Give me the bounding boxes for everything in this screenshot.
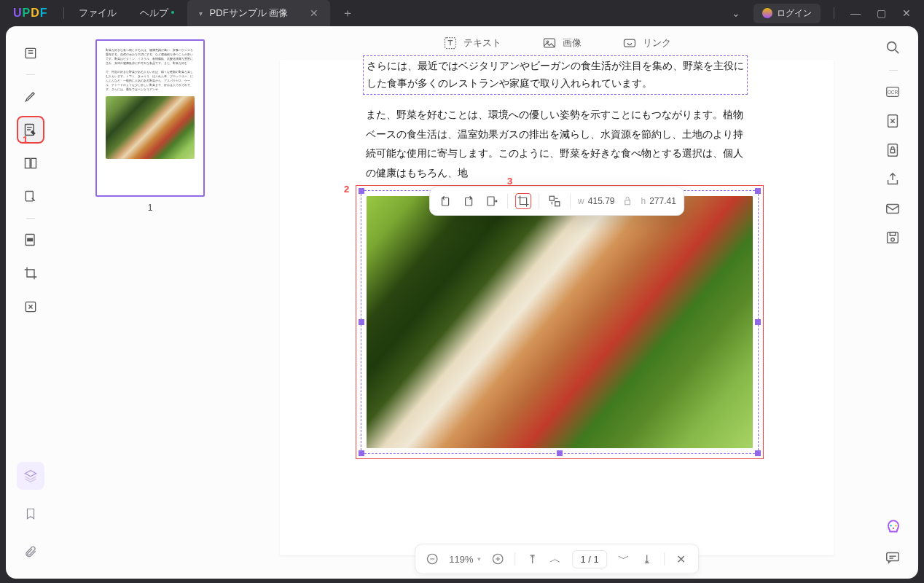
tab-close-icon[interactable]: ✕: [310, 7, 318, 19]
image-icon: [542, 36, 557, 50]
svg-rect-25: [887, 205, 899, 214]
share-icon[interactable]: [885, 171, 902, 189]
resize-handle[interactable]: [359, 450, 364, 456]
svg-rect-13: [466, 198, 472, 206]
minimize-icon[interactable]: —: [847, 7, 864, 19]
svg-text:OCR: OCR: [888, 90, 898, 95]
svg-point-29: [890, 525, 891, 526]
annotation-marker-2: 2: [344, 184, 349, 195]
ocr-icon[interactable]: OCR: [885, 84, 902, 101]
image-selection-frame[interactable]: [356, 185, 764, 459]
svg-rect-32: [887, 553, 899, 561]
svg-rect-4: [26, 192, 33, 201]
svg-rect-27: [890, 232, 895, 236]
protect-icon[interactable]: [885, 142, 902, 160]
search-icon[interactable]: [885, 39, 902, 57]
redact-tool-icon[interactable]: [17, 226, 44, 254]
zoom-in-icon[interactable]: [491, 552, 504, 566]
page-thumbnail[interactable]: 野菜を好きな食べ物とする人は、健康意識が高い、栄養バランスを重視する。自然の恵み…: [95, 39, 205, 197]
last-page-icon[interactable]: ⤓: [641, 552, 654, 566]
page-controls: 119%▾ ⤒ ︿ 1 / 1 ﹀ ⤓ ✕: [415, 544, 699, 574]
reader-tool-icon[interactable]: [17, 39, 44, 67]
chevron-down-icon[interactable]: ⌄: [729, 7, 743, 19]
rotate-right-icon[interactable]: [461, 193, 477, 209]
tab-dropdown-icon[interactable]: ▾: [199, 9, 203, 17]
thumbnail-image: [106, 96, 195, 159]
text-tool-button[interactable]: テキスト: [443, 36, 501, 50]
login-button[interactable]: ログイン: [753, 4, 821, 23]
lock-aspect-icon[interactable]: [622, 195, 633, 207]
document-page[interactable]: さらには、最近ではベジタリアンやビーガンの食生活が注目を集め、野菜を主役にした食…: [280, 60, 834, 555]
app-logo: UPDF: [13, 7, 47, 20]
save-icon[interactable]: [885, 230, 902, 247]
text-block[interactable]: また、野菜を好むことは、環境への優しい姿勢を示すことにもつながります。植物ベース…: [366, 105, 746, 182]
svg-point-30: [895, 525, 896, 526]
image-tool-button[interactable]: 画像: [542, 36, 582, 50]
prev-page-icon[interactable]: ︿: [549, 552, 562, 566]
crop-image-icon[interactable]: [515, 193, 531, 209]
next-page-icon[interactable]: ﹀: [617, 552, 630, 566]
width-field[interactable]: w415.79: [578, 196, 614, 206]
edit-tool-icon[interactable]: [17, 116, 44, 144]
page-tool-icon[interactable]: [17, 149, 44, 177]
ai-assistant-icon[interactable]: [883, 519, 904, 539]
close-controls-icon[interactable]: ✕: [675, 552, 688, 566]
embedded-image[interactable]: [367, 196, 753, 448]
titlebar: UPDF ファイル ヘルプ ▾ PDFサンプル 画像 ✕ ＋ ⌄ ログイン — …: [0, 0, 924, 26]
attachment-icon[interactable]: [17, 538, 44, 566]
highlighter-tool-icon[interactable]: [17, 82, 44, 110]
svg-rect-3: [31, 158, 36, 168]
resize-handle[interactable]: [755, 319, 761, 325]
svg-point-19: [888, 42, 896, 51]
thumbnail-panel: 野菜を好きな食べ物とする人は、健康意識が高い、栄養バランスを重視する。自然の恵み…: [55, 26, 245, 579]
svg-rect-11: [624, 39, 635, 47]
svg-rect-16: [555, 202, 560, 206]
first-page-icon[interactable]: ⤒: [525, 552, 539, 566]
document-area: テキスト 画像 リンク さらには、最近ではベジタリアンやビーガンの食生活が注目を…: [245, 26, 869, 579]
layers-icon[interactable]: [17, 462, 44, 490]
link-icon: [622, 36, 637, 50]
zoom-level[interactable]: 119%▾: [449, 554, 481, 565]
tab-title: PDFサンプル 画像: [210, 7, 289, 20]
new-tab-button[interactable]: ＋: [330, 6, 365, 21]
resize-handle[interactable]: [557, 450, 563, 456]
text-block-selected[interactable]: さらには、最近ではベジタリアンやビーガンの食生活が注目を集め、野菜を主役にした食…: [363, 55, 748, 95]
svg-rect-23: [888, 144, 898, 157]
bookmark-icon[interactable]: [17, 500, 44, 528]
watermark-tool-icon[interactable]: [17, 293, 44, 321]
svg-rect-14: [488, 197, 494, 206]
extract-icon[interactable]: [484, 193, 500, 209]
annotation-marker-3: 3: [507, 176, 512, 187]
menu-file[interactable]: ファイル: [67, 7, 128, 20]
resize-handle[interactable]: [755, 188, 761, 194]
resize-handle[interactable]: [359, 188, 364, 194]
svg-rect-15: [549, 196, 554, 200]
email-icon[interactable]: [885, 200, 902, 218]
svg-rect-24: [890, 149, 895, 153]
zoom-out-icon[interactable]: [426, 552, 439, 566]
menu-help[interactable]: ヘルプ: [128, 7, 180, 20]
height-field[interactable]: h277.41: [641, 196, 676, 206]
crop-tool-icon[interactable]: [17, 259, 44, 287]
rotate-left-icon[interactable]: [437, 193, 453, 209]
compress-icon[interactable]: [885, 113, 902, 130]
close-icon[interactable]: ✕: [899, 7, 914, 19]
resize-handle[interactable]: [359, 319, 364, 325]
fill-sign-tool-icon[interactable]: [17, 183, 44, 211]
svg-point-28: [891, 238, 895, 241]
page-number-field[interactable]: 1 / 1: [572, 550, 606, 568]
replace-image-icon[interactable]: [547, 193, 563, 209]
maximize-icon[interactable]: ▢: [874, 7, 889, 19]
svg-point-31: [893, 528, 894, 529]
avatar-icon: [762, 8, 772, 18]
resize-handle[interactable]: [755, 450, 761, 456]
link-tool-button[interactable]: リンク: [622, 36, 671, 50]
left-sidebar: [6, 26, 55, 579]
document-tab[interactable]: ▾ PDFサンプル 画像 ✕: [187, 0, 331, 26]
comment-icon[interactable]: [885, 549, 902, 567]
thumbnail-page-number: 1: [148, 203, 153, 213]
svg-rect-12: [442, 198, 449, 206]
text-icon: [443, 36, 458, 50]
image-edit-toolbar: 3 w415.79 h277.41: [429, 187, 684, 216]
svg-rect-6: [28, 238, 33, 240]
